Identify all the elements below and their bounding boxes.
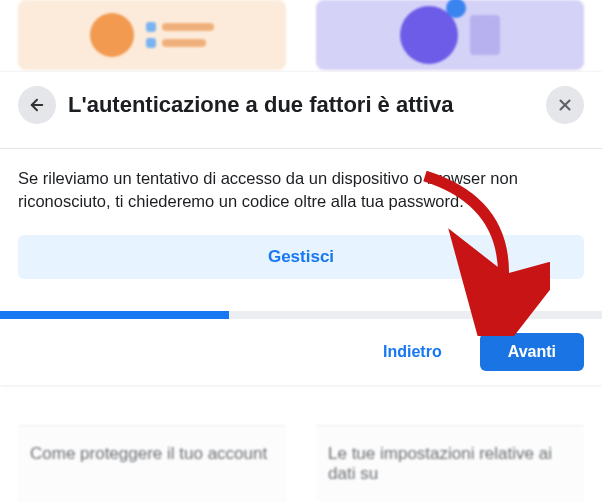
back-icon-button[interactable] <box>18 86 56 124</box>
modal-description: Se rileviamo un tentativo di accesso da … <box>18 167 584 213</box>
progress-fill <box>0 311 229 319</box>
bg-link-2: Le tue impostazioni relative ai dati su <box>316 425 584 502</box>
bg-card-1 <box>18 0 286 70</box>
close-icon <box>556 96 574 114</box>
close-button[interactable] <box>546 86 584 124</box>
modal-header: L'autenticazione a due fattori è attiva <box>0 72 602 149</box>
modal-title: L'autenticazione a due fattori è attiva <box>68 92 534 118</box>
bg-link-1: Come proteggere il tuo account <box>18 425 286 502</box>
next-button[interactable]: Avanti <box>480 333 584 371</box>
previous-button[interactable]: Indietro <box>355 333 470 371</box>
progress-bar <box>0 311 602 319</box>
arrow-left-icon <box>28 96 46 114</box>
manage-button[interactable]: Gestisci <box>18 235 584 279</box>
two-factor-modal: L'autenticazione a due fattori è attiva … <box>0 72 602 385</box>
modal-body: Se rileviamo un tentativo di accesso da … <box>0 149 602 311</box>
modal-footer: Indietro Avanti <box>0 319 602 385</box>
bg-card-2 <box>316 0 584 70</box>
